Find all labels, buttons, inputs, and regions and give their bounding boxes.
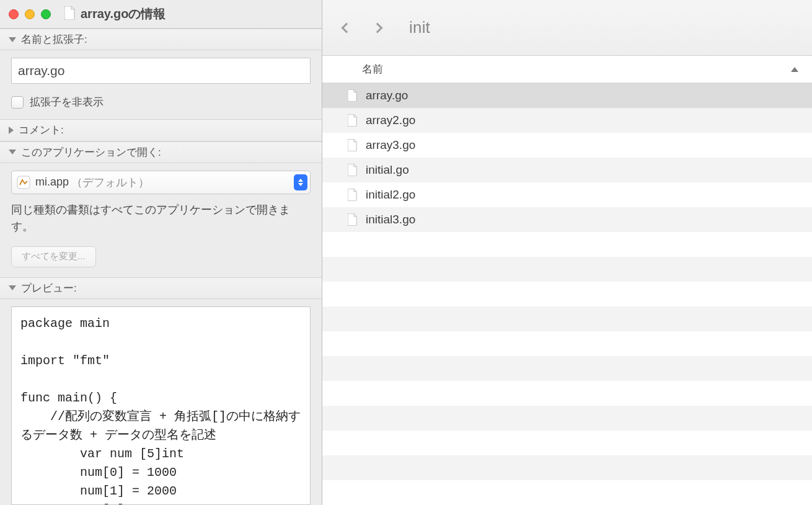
preview-content: package main import "fmt" func main() { … [11,306,311,505]
chevron-right-icon [9,127,14,134]
sort-ascending-icon [791,67,798,72]
file-list: array.goarray2.goarray3.goinitial.goinit… [322,83,812,505]
hide-extension-checkbox[interactable] [11,96,24,109]
chevron-down-icon [9,285,16,290]
document-icon [347,164,358,176]
empty-row [322,232,812,257]
section-label-open-with: このアプリケーションで開く: [21,145,161,159]
file-row[interactable]: array.go [322,83,812,108]
open-with-helper: 同じ種類の書類はすべてこのアプリケーションで開きます。 [11,202,311,235]
app-icon [15,175,32,190]
file-row[interactable]: initial.go [322,158,812,182]
chevron-down-icon [9,37,16,42]
file-name-label: initial2.go [366,188,415,202]
section-label-preview: プレビュー: [21,281,77,295]
empty-row [322,356,812,381]
filename-input[interactable] [11,58,311,84]
section-label-comment: コメント: [19,123,64,137]
empty-row [322,455,812,480]
empty-row [322,381,812,406]
hide-extension-row: 拡張子を非表示 [11,95,311,109]
get-info-window: array.goの情報 名前と拡張子: 拡張子を非表示 コメント: このアプリケ… [0,0,322,505]
document-icon [347,189,358,201]
empty-row [322,480,812,505]
section-content-name-ext: 拡張子を非表示 [0,50,322,119]
chevron-right-icon [373,22,383,33]
file-row[interactable]: initial2.go [322,182,812,207]
document-icon [347,89,358,102]
change-all-button[interactable]: すべてを変更... [11,246,96,267]
column-header-row[interactable]: 名前 [322,56,812,83]
nav-forward-button[interactable] [371,21,384,35]
file-name-label: array3.go [366,138,415,152]
section-header-name-ext[interactable]: 名前と拡張子: [0,29,322,50]
file-name-label: initial3.go [366,213,415,226]
file-row[interactable]: initial3.go [322,207,812,232]
section-label-name-ext: 名前と拡張子: [21,32,87,47]
traffic-lights [9,9,51,19]
info-titlebar[interactable]: array.goの情報 [0,0,322,29]
document-icon [64,6,76,22]
folder-title: init [409,18,430,37]
empty-row [322,406,812,431]
empty-row [322,257,812,282]
section-header-comment[interactable]: コメント: [0,119,322,141]
file-name-label: array.go [366,89,408,102]
document-icon [347,139,358,151]
section-content-open-with: mi.app （デフォルト） 同じ種類の書類はすべてこのアプリケーションで開きま… [0,163,322,277]
nav-back-button[interactable] [340,21,353,35]
empty-row [322,282,812,306]
window-title: array.goの情報 [81,6,165,22]
app-name-label: mi.app [35,176,69,189]
chevron-down-icon [9,150,16,154]
file-row[interactable]: array3.go [322,133,812,158]
empty-row [322,331,812,356]
document-icon [347,114,358,127]
zoom-window-button[interactable] [41,9,51,19]
file-row[interactable]: array2.go [322,108,812,133]
section-header-preview[interactable]: プレビュー: [0,277,322,299]
finder-window: init 名前 array.goarray2.goarray3.goinitia… [322,0,812,505]
file-name-label: array2.go [366,114,415,127]
nav-arrows [340,21,384,35]
finder-toolbar: init [322,0,812,56]
hide-extension-label: 拡張子を非表示 [30,95,104,109]
open-with-select[interactable]: mi.app （デフォルト） [11,171,311,194]
app-default-suffix: （デフォルト） [71,175,149,190]
chevron-left-icon [342,22,352,33]
close-window-button[interactable] [9,9,19,19]
empty-row [322,306,812,331]
column-header-name[interactable]: 名前 [362,62,791,76]
document-icon [347,213,358,226]
minimize-window-button[interactable] [25,9,35,19]
file-name-label: initial.go [366,163,409,177]
select-arrows-icon [294,174,307,190]
section-header-open-with[interactable]: このアプリケーションで開く: [0,141,322,163]
empty-row [322,431,812,455]
section-content-preview: package main import "fmt" func main() { … [0,299,322,505]
